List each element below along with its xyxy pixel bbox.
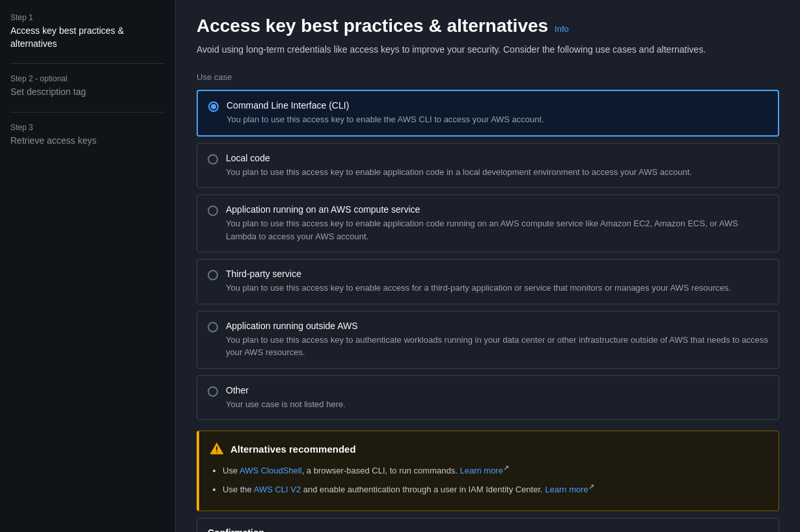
option-desc-other: Your use case is not listed here. xyxy=(226,398,346,411)
option-card-outside-aws[interactable]: Application running outside AWSYou plan … xyxy=(197,311,779,369)
warning-bullet1-middle: , a browser-based CLI, to run commands. xyxy=(302,466,458,475)
option-desc-local-code: You plan to use this access key to enabl… xyxy=(226,166,692,179)
step-2-title: Set description tag xyxy=(10,86,165,99)
option-desc-cli: You plan to use this access key to enabl… xyxy=(227,113,544,126)
learn-more-link-2[interactable]: Learn more xyxy=(545,485,588,494)
warning-icon xyxy=(210,442,224,456)
option-text-cli: Command Line Interface (CLI)You plan to … xyxy=(227,100,544,126)
step-2-item: Step 2 - optional Set description tag xyxy=(10,74,165,99)
step-1-title: Access key best practices & alternatives xyxy=(10,25,165,50)
warning-title: Alternatives recommended xyxy=(230,444,356,455)
option-desc-outside-aws: You plan to use this access key to authe… xyxy=(226,334,768,359)
warning-list: Use AWS CloudShell, a browser-based CLI,… xyxy=(210,462,768,496)
warning-header: Alternatives recommended xyxy=(210,442,768,456)
step-3-title: Retrieve access keys xyxy=(10,135,165,148)
option-text-aws-compute: Application running on an AWS compute se… xyxy=(226,204,768,243)
step-3-label: Step 3 xyxy=(10,123,165,132)
warning-bullet2-prefix: Use the xyxy=(223,485,254,494)
page-header: Access key best practices & alternatives… xyxy=(197,16,779,36)
radio-outside-aws[interactable] xyxy=(208,322,218,332)
warning-bullet2-middle: and enable authentication through a user… xyxy=(301,485,542,494)
aws-cli-v2-link[interactable]: AWS CLI V2 xyxy=(254,485,301,494)
confirmation-title: Confirmation xyxy=(208,527,768,532)
step-1-label: Step 1 xyxy=(10,13,165,22)
warning-bullet-2: Use the AWS CLI V2 and enable authentica… xyxy=(223,481,768,496)
warning-bullet1-prefix: Use xyxy=(223,466,240,475)
page-description: Avoid using long-term credentials like a… xyxy=(197,43,779,57)
radio-third-party[interactable] xyxy=(208,270,218,280)
radio-local-code[interactable] xyxy=(208,154,218,165)
option-title-other: Other xyxy=(226,385,346,395)
learn-more-link-1[interactable]: Learn more xyxy=(460,466,503,475)
use-case-label: Use case xyxy=(197,70,779,82)
radio-cli[interactable] xyxy=(208,101,219,112)
warning-box: Alternatives recommended Use AWS CloudSh… xyxy=(197,431,779,511)
option-text-third-party: Third-party serviceYou plan to use this … xyxy=(226,269,731,295)
option-card-third-party[interactable]: Third-party serviceYou plan to use this … xyxy=(197,259,779,304)
option-desc-third-party: You plan to use this access key to enabl… xyxy=(226,282,731,295)
ext-icon-1: ↗ xyxy=(503,464,509,472)
option-title-aws-compute: Application running on an AWS compute se… xyxy=(226,204,768,215)
option-card-other[interactable]: OtherYour use case is not listed here. xyxy=(197,375,779,421)
step-2-label: Step 2 - optional xyxy=(10,74,165,83)
svg-point-0 xyxy=(216,451,217,453)
option-title-cli: Command Line Interface (CLI) xyxy=(227,100,544,111)
aws-cloudshell-link[interactable]: AWS CloudShell xyxy=(240,466,302,475)
options-container: Command Line Interface (CLI)You plan to … xyxy=(197,90,779,420)
option-title-outside-aws: Application running outside AWS xyxy=(226,321,768,331)
sidebar: Step 1 Access key best practices & alter… xyxy=(0,0,176,532)
step-3-item: Step 3 Retrieve access keys xyxy=(10,123,165,148)
option-card-cli[interactable]: Command Line Interface (CLI)You plan to … xyxy=(197,90,779,137)
option-desc-aws-compute: You plan to use this access key to enabl… xyxy=(226,217,768,243)
confirmation-box: Confirmation I understand the above reco… xyxy=(197,518,779,532)
warning-bullet-1: Use AWS CloudShell, a browser-based CLI,… xyxy=(223,462,768,477)
info-link[interactable]: Info xyxy=(555,24,569,34)
step-divider-1 xyxy=(10,63,165,64)
option-title-local-code: Local code xyxy=(226,153,692,163)
radio-inner-cli xyxy=(211,104,216,109)
option-title-third-party: Third-party service xyxy=(226,269,731,279)
option-card-aws-compute[interactable]: Application running on an AWS compute se… xyxy=(197,194,779,252)
option-text-outside-aws: Application running outside AWSYou plan … xyxy=(226,321,768,359)
option-text-other: OtherYour use case is not listed here. xyxy=(226,385,346,411)
page-title: Access key best practices & alternatives xyxy=(197,16,548,36)
radio-other[interactable] xyxy=(208,386,218,397)
main-content: Access key best practices & alternatives… xyxy=(176,0,800,532)
option-text-local-code: Local codeYou plan to use this access ke… xyxy=(226,153,692,179)
step-divider-2 xyxy=(10,112,165,113)
radio-aws-compute[interactable] xyxy=(208,206,218,216)
step-1-item: Step 1 Access key best practices & alter… xyxy=(10,13,165,50)
option-card-local-code[interactable]: Local codeYou plan to use this access ke… xyxy=(197,143,779,189)
ext-icon-2: ↗ xyxy=(588,483,594,490)
